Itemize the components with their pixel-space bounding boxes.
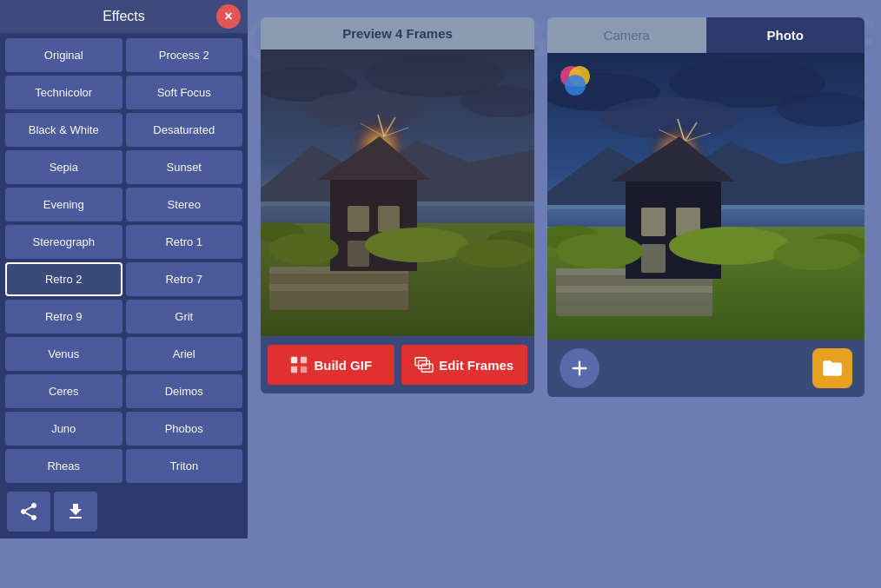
svg-point-69 <box>773 239 860 270</box>
effect-process2[interactable]: Process 2 <box>126 38 243 72</box>
gifpal-logo <box>558 63 593 98</box>
preview-actions: Build GIF Edit Frames <box>261 336 534 393</box>
svg-marker-59 <box>626 177 721 279</box>
effects-list-container[interactable]: Original Process 2 Technicolor Soft Focu… <box>0 33 248 485</box>
effects-footer <box>0 485 248 538</box>
effect-ceres[interactable]: Ceres <box>5 374 123 408</box>
edit-frames-button[interactable]: Edit Frames <box>401 345 528 385</box>
effects-title: Effects <box>103 9 145 24</box>
build-gif-button[interactable]: Build GIF <box>268 345 394 385</box>
effect-desaturated[interactable]: Desaturated <box>126 113 243 147</box>
svg-rect-61 <box>641 208 666 236</box>
effect-evening[interactable]: Evening <box>5 188 123 221</box>
effect-retro2[interactable]: Retro 2 <box>5 262 123 296</box>
preview-section: Preview 4 Frames <box>261 17 534 393</box>
close-button[interactable]: × <box>216 4 241 29</box>
download-button[interactable] <box>54 492 97 532</box>
download-icon <box>65 501 86 522</box>
effect-venus[interactable]: Venus <box>5 337 123 371</box>
svg-point-72 <box>565 75 586 96</box>
photo-image <box>547 53 864 340</box>
svg-rect-32 <box>291 357 297 363</box>
effect-black-white[interactable]: Black & White <box>5 113 123 147</box>
effect-sunset[interactable]: Sunset <box>126 150 243 184</box>
effects-panel: Effects × Original Process 2 Technicolor… <box>0 0 248 538</box>
preview-image <box>261 50 534 336</box>
svg-rect-34 <box>291 367 297 373</box>
photo-tabs: Camera Photo <box>547 17 864 53</box>
effect-stereo[interactable]: Stereo <box>126 188 243 221</box>
photo-section: Camera Photo <box>547 17 864 397</box>
effect-retro7[interactable]: Retro 7 <box>126 262 243 296</box>
folder-icon <box>821 357 844 380</box>
edit-frames-icon <box>414 355 434 374</box>
effect-phobos[interactable]: Phobos <box>126 412 243 446</box>
photo-image-container <box>547 53 864 340</box>
effect-deimos[interactable]: Deimos <box>126 374 243 408</box>
preview-header: Preview 4 Frames <box>261 17 534 50</box>
photo-actions <box>547 340 864 397</box>
open-folder-button[interactable] <box>812 348 852 388</box>
svg-rect-57 <box>556 286 712 293</box>
svg-rect-58 <box>556 294 712 301</box>
effect-technicolor[interactable]: Technicolor <box>5 76 123 109</box>
effect-retro9[interactable]: Retro 9 <box>5 300 123 334</box>
svg-point-67 <box>556 234 643 268</box>
build-gif-icon <box>289 355 308 374</box>
plus-icon <box>567 356 592 380</box>
tab-photo[interactable]: Photo <box>706 17 865 53</box>
svg-rect-33 <box>301 357 307 363</box>
svg-rect-35 <box>301 367 307 373</box>
effect-ariel[interactable]: Ariel <box>126 337 243 371</box>
tab-camera[interactable]: Camera <box>547 17 706 53</box>
effects-grid: Original Process 2 Technicolor Soft Focu… <box>5 38 242 485</box>
effect-soft-focus[interactable]: Soft Focus <box>126 76 243 109</box>
effect-original[interactable]: Original <box>5 38 123 72</box>
svg-rect-37 <box>419 360 430 368</box>
effect-sepia[interactable]: Sepia <box>5 150 123 184</box>
effect-triton[interactable]: Triton <box>126 449 243 483</box>
effect-grit[interactable]: Grit <box>126 300 243 334</box>
effect-stereograph[interactable]: Stereograph <box>5 225 123 259</box>
effect-juno[interactable]: Juno <box>5 412 123 446</box>
svg-rect-63 <box>641 244 666 273</box>
share-icon <box>18 501 39 522</box>
add-photo-button[interactable] <box>560 348 599 388</box>
share-button[interactable] <box>7 492 50 532</box>
effect-retro1[interactable]: Retro 1 <box>126 225 243 259</box>
preview-image-container <box>261 50 534 336</box>
effects-header: Effects × <box>0 0 248 33</box>
effect-rheas[interactable]: Rheas <box>5 449 123 483</box>
svg-point-68 <box>669 227 791 265</box>
svg-rect-31 <box>261 50 534 336</box>
